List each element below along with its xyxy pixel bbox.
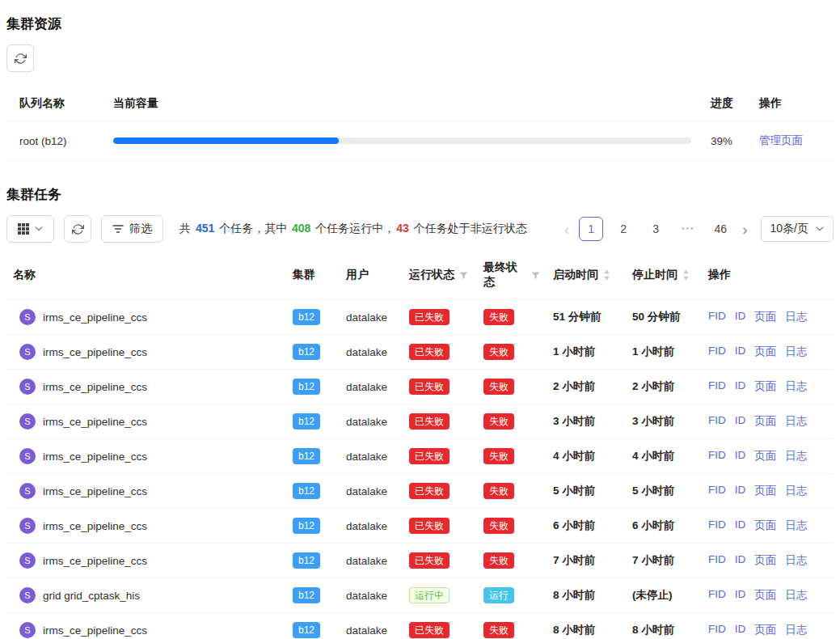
page-size-select[interactable]: 10条/页 xyxy=(761,216,834,242)
cluster-tag: b12 xyxy=(293,483,320,499)
task-name: irms_ce_pipeline_ccs xyxy=(43,451,147,463)
page-root: 集群资源 队列名称 当前容量 进度 操作 root (b12) 39% 管理页面… xyxy=(0,0,840,639)
row-actions: FIDID页面日志 xyxy=(702,440,834,472)
row-action-页面[interactable]: 页面 xyxy=(754,553,776,568)
row-action-页面[interactable]: 页面 xyxy=(754,414,776,429)
page-button-3[interactable]: 3 xyxy=(644,217,668,241)
cluster-tag: b12 xyxy=(293,309,320,325)
row-action-日志[interactable]: 日志 xyxy=(785,623,807,637)
summary-text: 共 xyxy=(179,222,194,235)
row-action-日志[interactable]: 日志 xyxy=(785,449,807,463)
row-action-FID[interactable]: FID xyxy=(708,588,726,603)
start-time: 8 小时前 xyxy=(547,614,626,639)
final-status-tag: 失败 xyxy=(483,483,514,499)
row-action-页面[interactable]: 页面 xyxy=(754,310,776,324)
manage-page-link[interactable]: 管理页面 xyxy=(759,134,803,146)
row-action-FID[interactable]: FID xyxy=(708,310,726,324)
row-action-日志[interactable]: 日志 xyxy=(785,484,807,498)
row-action-日志[interactable]: 日志 xyxy=(785,345,807,359)
cluster-cell: b12 xyxy=(286,474,340,508)
start-time: 7 小时前 xyxy=(547,544,626,577)
sorter-icon[interactable] xyxy=(682,269,690,281)
row-action-日志[interactable]: 日志 xyxy=(785,518,807,533)
col-header-queue-action: 操作 xyxy=(753,87,834,121)
row-action-ID[interactable]: ID xyxy=(735,310,746,324)
row-action-日志[interactable]: 日志 xyxy=(785,310,807,324)
task-name-cell: S irms_ce_pipeline_ccs xyxy=(6,474,286,508)
task-name-cell: S grid grid_cptask_his xyxy=(6,578,286,612)
row-action-FID[interactable]: FID xyxy=(708,484,726,498)
cluster-tag: b12 xyxy=(293,622,320,638)
row-action-ID[interactable]: ID xyxy=(735,623,746,637)
row-action-日志[interactable]: 日志 xyxy=(785,379,807,394)
row-action-FID[interactable]: FID xyxy=(708,553,726,568)
final-status-tag: 失败 xyxy=(483,379,514,395)
queue-table-body: root (b12) 39% 管理页面 xyxy=(6,121,834,161)
row-action-FID[interactable]: FID xyxy=(708,623,726,637)
page-size-label: 10条/页 xyxy=(770,222,808,236)
resources-refresh-button[interactable] xyxy=(6,44,34,72)
summary-text: 个任务，其中 xyxy=(216,222,290,235)
row-action-日志[interactable]: 日志 xyxy=(785,588,807,603)
row-action-页面[interactable]: 页面 xyxy=(754,588,776,603)
layout-switch-button[interactable] xyxy=(6,215,54,243)
row-action-页面[interactable]: 页面 xyxy=(754,518,776,533)
row-action-ID[interactable]: ID xyxy=(735,484,746,498)
row-action-FID[interactable]: FID xyxy=(708,449,726,463)
row-action-页面[interactable]: 页面 xyxy=(754,484,776,498)
row-action-页面[interactable]: 页面 xyxy=(754,345,776,359)
page-button-2[interactable]: 2 xyxy=(611,217,635,241)
row-action-页面[interactable]: 页面 xyxy=(754,449,776,463)
row-action-FID[interactable]: FID xyxy=(708,379,726,394)
col-header-cluster-label: 集群 xyxy=(293,268,315,282)
run-status-cell: 运行中 xyxy=(403,578,477,612)
page-button-46[interactable]: 46 xyxy=(708,217,732,241)
col-header-run-status-label: 运行状态 xyxy=(409,268,454,282)
avatar: S xyxy=(19,622,36,638)
filter-funnel-icon[interactable] xyxy=(459,271,468,280)
row-action-ID[interactable]: ID xyxy=(735,379,746,394)
cluster-cell: b12 xyxy=(286,404,340,438)
filter-funnel-icon[interactable] xyxy=(531,271,540,280)
start-time: 51 分钟前 xyxy=(547,301,626,333)
task-row: S irms_ce_pipeline_ccs b12 datalake 已失败 … xyxy=(6,404,834,439)
col-header-start-time: 启动时间 xyxy=(547,258,626,292)
running-task-count: 408 xyxy=(292,222,310,235)
row-action-页面[interactable]: 页面 xyxy=(754,623,776,637)
row-action-ID[interactable]: ID xyxy=(735,414,746,429)
row-actions: FIDID页面日志 xyxy=(702,370,834,403)
row-action-页面[interactable]: 页面 xyxy=(754,379,776,394)
task-name: irms_ce_pipeline_ccs xyxy=(43,624,147,637)
row-action-FID[interactable]: FID xyxy=(708,414,726,429)
run-status-cell: 已失败 xyxy=(403,544,477,578)
row-action-日志[interactable]: 日志 xyxy=(785,553,807,568)
filter-button[interactable]: 筛选 xyxy=(101,215,163,243)
row-action-ID[interactable]: ID xyxy=(735,449,746,463)
next-page-button[interactable]: › xyxy=(741,222,749,237)
row-action-ID[interactable]: ID xyxy=(735,553,746,568)
cluster-tag: b12 xyxy=(293,518,320,534)
col-header-name-label: 名称 xyxy=(13,268,36,282)
row-action-ID[interactable]: ID xyxy=(735,518,746,533)
prev-page-button[interactable]: ‹ xyxy=(563,222,571,237)
cluster-tag: b12 xyxy=(293,344,320,360)
tasks-refresh-button[interactable] xyxy=(64,215,91,243)
pagination-top: ‹ 123•••46 › 10条/页 xyxy=(563,216,834,242)
task-table-body: S irms_ce_pipeline_ccs b12 datalake 已失败 … xyxy=(6,300,834,639)
row-action-FID[interactable]: FID xyxy=(708,518,726,533)
final-status-cell: 失败 xyxy=(477,300,547,334)
page-button-1[interactable]: 1 xyxy=(579,217,603,241)
col-header-stop-time: 停止时间 xyxy=(626,258,702,292)
row-action-ID[interactable]: ID xyxy=(735,345,746,359)
row-action-ID[interactable]: ID xyxy=(735,588,746,603)
col-header-capacity: 当前容量 xyxy=(107,87,704,121)
row-action-日志[interactable]: 日志 xyxy=(785,414,807,429)
page-ellipsis[interactable]: ••• xyxy=(676,217,700,241)
sorter-icon[interactable] xyxy=(603,269,610,281)
col-header-action-label: 操作 xyxy=(708,268,731,282)
tasks-toolbar: 筛选 共 451 个任务，其中 408 个任务运行中，43 个任务处于非运行状态… xyxy=(6,215,834,243)
task-name-cell: S irms_ce_pipeline_ccs xyxy=(6,300,286,334)
refresh-icon xyxy=(15,53,27,65)
row-action-FID[interactable]: FID xyxy=(708,345,726,359)
avatar: S xyxy=(19,518,36,534)
